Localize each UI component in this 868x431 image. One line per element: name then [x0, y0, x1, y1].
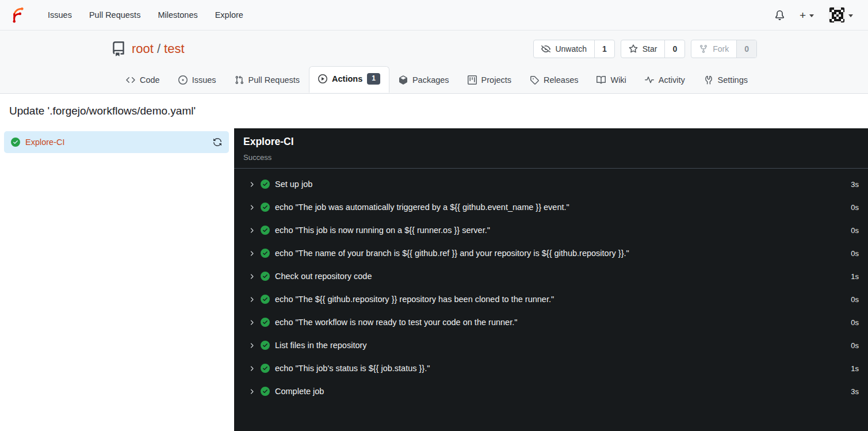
- step-duration: 0s: [851, 295, 859, 304]
- repo-actions: Unwatch 1 Star 0 Fork 0: [533, 40, 757, 58]
- step-row[interactable]: Complete job 3s: [234, 380, 861, 403]
- refresh-icon[interactable]: [213, 138, 222, 147]
- fork-count: 0: [736, 40, 756, 58]
- tab-wiki[interactable]: Wiki: [587, 68, 635, 92]
- tab-label: Projects: [481, 75, 511, 85]
- jobs-sidebar: Explore-CI: [0, 128, 234, 431]
- tab-label: Wiki: [610, 75, 626, 85]
- step-name: echo "This job's status is ${{ job.statu…: [275, 364, 430, 373]
- step-duration: 0s: [851, 203, 859, 212]
- fork-label: Fork: [713, 44, 729, 54]
- tab-projects[interactable]: Projects: [458, 68, 521, 92]
- step-name: Set up job: [275, 180, 312, 189]
- step-row[interactable]: List files in the repository 0s: [234, 334, 861, 357]
- nav-item-explore[interactable]: Explore: [207, 0, 252, 30]
- tab-settings[interactable]: Settings: [695, 68, 757, 92]
- step-row[interactable]: echo "The job was automatically triggere…: [234, 196, 861, 219]
- chevron-right-icon[interactable]: [248, 319, 255, 326]
- star-count[interactable]: 0: [664, 40, 685, 58]
- step-duration: 0s: [851, 318, 859, 327]
- job-status-text: Success: [243, 153, 859, 162]
- check-circle-icon: [261, 249, 270, 258]
- check-circle-icon: [261, 295, 270, 304]
- pulse-icon: [645, 75, 654, 85]
- chevron-right-icon[interactable]: [248, 273, 255, 280]
- chevron-right-icon[interactable]: [248, 181, 255, 188]
- tab-activity[interactable]: Activity: [636, 68, 694, 92]
- step-duration: 1s: [851, 272, 859, 281]
- main-content: Explore-CI Explore-CI Success Set up job…: [0, 128, 868, 431]
- repo-separator: /: [154, 41, 164, 56]
- eye-closed-icon: [541, 44, 550, 54]
- user-menu-button[interactable]: [829, 7, 853, 23]
- step-duration: 0s: [851, 226, 859, 235]
- step-duration: 0s: [851, 249, 859, 258]
- check-circle-icon: [261, 341, 270, 350]
- repo-owner-link[interactable]: root: [132, 41, 154, 56]
- check-circle-icon: [261, 272, 270, 281]
- nav-item-pull-requests[interactable]: Pull Requests: [81, 0, 149, 30]
- star-button[interactable]: Star 0: [621, 40, 685, 58]
- step-duration: 1s: [851, 364, 859, 373]
- tab-label: Releases: [544, 75, 578, 85]
- nav-item-milestones[interactable]: Milestones: [149, 0, 206, 30]
- repo-tabs: Code Issues Pull Requests Actions 1 Pack…: [111, 66, 757, 92]
- star-label: Star: [643, 44, 657, 54]
- step-row[interactable]: echo "This job's status is ${{ job.statu…: [234, 357, 861, 380]
- check-circle-icon: [261, 226, 270, 235]
- tag-icon: [530, 75, 539, 85]
- actions-count-badge: 1: [367, 73, 380, 85]
- chevron-right-icon[interactable]: [248, 365, 255, 372]
- job-panel-header: Explore-CI Success: [234, 128, 868, 169]
- watch-count[interactable]: 1: [594, 40, 614, 58]
- step-row[interactable]: echo "The ${{ github.repository }} repos…: [234, 288, 861, 311]
- step-row[interactable]: echo "The name of your branch is ${{ git…: [234, 242, 861, 265]
- chevron-right-icon[interactable]: [248, 296, 255, 303]
- bell-icon: [775, 10, 785, 20]
- step-row[interactable]: Set up job 3s: [234, 173, 861, 196]
- step-name: echo "The name of your branch is ${{ git…: [275, 249, 629, 258]
- tab-packages[interactable]: Packages: [389, 68, 458, 92]
- chevron-down-icon: [809, 14, 814, 17]
- project-board-icon: [468, 75, 477, 85]
- step-row[interactable]: echo "The workflow is now ready to test …: [234, 311, 861, 334]
- check-circle-icon: [261, 318, 270, 327]
- book-icon: [596, 75, 606, 85]
- step-row[interactable]: echo "This job is now running on a ${{ r…: [234, 219, 861, 242]
- star-icon: [629, 44, 638, 54]
- avatar: [829, 7, 845, 23]
- repo-name-link[interactable]: test: [164, 41, 184, 56]
- git-pull-request-icon: [235, 75, 244, 85]
- create-new-button[interactable]: +: [800, 10, 814, 21]
- step-name: echo "This job is now running on a ${{ r…: [275, 226, 490, 235]
- step-name: echo "The job was automatically triggere…: [275, 203, 569, 212]
- check-circle-icon: [261, 387, 270, 396]
- unwatch-button[interactable]: Unwatch 1: [533, 40, 614, 58]
- tab-label: Code: [140, 75, 160, 85]
- chevron-right-icon[interactable]: [248, 342, 255, 349]
- tab-issues[interactable]: Issues: [169, 68, 225, 92]
- step-name: echo "The workflow is now ready to test …: [275, 318, 517, 327]
- tab-actions[interactable]: Actions 1: [309, 66, 389, 93]
- repo-header: root/test Unwatch 1 Star 0: [0, 30, 868, 94]
- chevron-right-icon[interactable]: [248, 388, 255, 395]
- tools-icon: [704, 75, 713, 85]
- job-item-explore-ci[interactable]: Explore-CI: [4, 131, 229, 153]
- notifications-button[interactable]: [775, 10, 785, 20]
- chevron-right-icon[interactable]: [248, 227, 255, 234]
- check-circle-icon: [11, 138, 20, 147]
- nav-item-issues[interactable]: Issues: [39, 0, 81, 30]
- issue-opened-icon: [178, 75, 188, 85]
- navbar-right: +: [775, 7, 853, 23]
- fork-icon: [699, 44, 708, 54]
- step-duration: 0s: [851, 341, 859, 350]
- tab-releases[interactable]: Releases: [521, 68, 587, 92]
- forgejo-logo-icon[interactable]: [9, 6, 26, 24]
- job-panel-title: Explore-CI: [243, 136, 859, 148]
- step-row[interactable]: Check out repository code 1s: [234, 265, 861, 288]
- step-duration: 3s: [851, 387, 859, 396]
- chevron-right-icon[interactable]: [248, 204, 255, 211]
- tab-code[interactable]: Code: [117, 68, 169, 92]
- chevron-right-icon[interactable]: [248, 250, 255, 257]
- tab-pull-requests[interactable]: Pull Requests: [225, 68, 309, 92]
